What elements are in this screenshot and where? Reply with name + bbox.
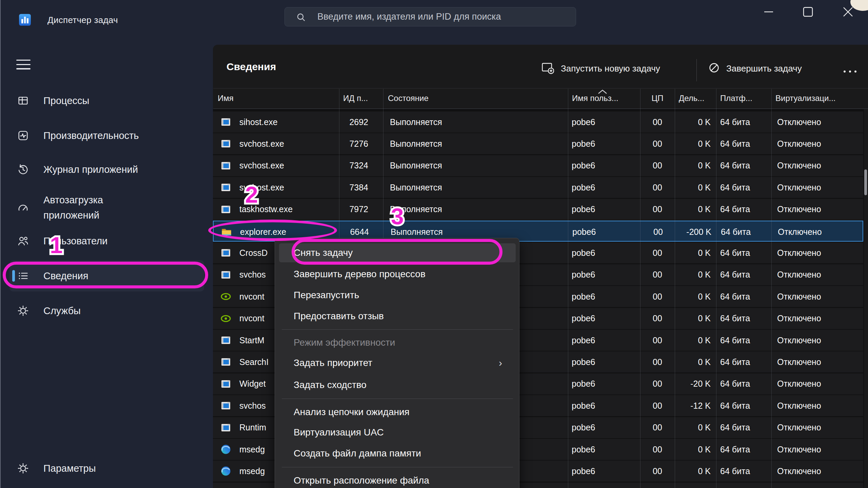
cell-cpu: 00 — [641, 221, 675, 242]
menu-item-label: Создать файл дампа памяти — [294, 448, 421, 459]
minimize-button[interactable] — [760, 3, 777, 20]
cell-cpu: 00 — [640, 351, 675, 372]
column-header-delta[interactable]: Дель... — [679, 94, 704, 103]
process-icon-app — [220, 117, 231, 127]
sidebar-item-processes[interactable]: Процессы — [9, 85, 204, 116]
cell-delta: -200 K — [671, 221, 711, 242]
menu-item[interactable]: Задать сходство — [279, 375, 516, 394]
cell-delta: 0 K — [671, 351, 711, 372]
cell-uac: Отключено — [777, 308, 859, 329]
column-header-platform[interactable]: Платф... — [720, 94, 752, 103]
process-icon-app — [220, 335, 231, 346]
table-row[interactable]: svchost.exe7324Выполняетсяpobe6000 K64 б… — [213, 155, 863, 176]
run-new-task-button[interactable]: Запустить новую задачу — [541, 62, 685, 75]
sidebar-item-label: Процессы — [43, 93, 89, 108]
cell-cpu: 00 — [640, 111, 675, 133]
menu-item[interactable]: Режим эффективности — [279, 333, 516, 352]
navigation-menu-button[interactable] — [16, 60, 31, 73]
menu-item-label: Задать приоритет — [294, 358, 372, 368]
cell-status: Выполняется — [390, 155, 532, 176]
cell-delta: 0 K — [671, 308, 711, 329]
table-row[interactable]: taskhostw.exe7972Выполняетсяpobe6000 K64… — [213, 199, 863, 220]
process-icon-edge — [220, 466, 231, 476]
sidebar-item-label: Пользователи — [43, 233, 107, 249]
toolbar-divider — [696, 59, 697, 81]
cell-uac: Отключено — [777, 286, 859, 307]
menu-item[interactable]: Задать приоритет› — [279, 353, 516, 372]
sidebar-item-label: Сведения — [43, 268, 88, 284]
menu-item-label: Завершить дерево процессов — [294, 269, 426, 280]
sidebar-item-settings[interactable]: Параметры — [9, 453, 204, 484]
sidebar-item-details[interactable]: Сведения — [9, 260, 204, 291]
menu-item[interactable]: Предоставить отзыв — [279, 307, 516, 326]
sidebar-item-startup[interactable]: Автозагрузкаприложений — [9, 192, 204, 223]
pulse-icon — [17, 129, 29, 142]
menu-item-label: Задать сходство — [294, 380, 367, 390]
vertical-scrollbar[interactable] — [864, 169, 867, 195]
sidebar-item-performance[interactable]: Производительность — [9, 120, 204, 151]
cell-uac: Отключено — [777, 395, 859, 416]
process-icon-app — [220, 400, 231, 411]
run-new-task-icon — [541, 61, 554, 76]
gear-icon — [17, 462, 29, 474]
history-icon — [17, 163, 29, 176]
cell-uac: Отключено — [777, 330, 859, 351]
column-header-cpu[interactable]: ЦП — [640, 94, 675, 103]
cell-delta: 0 K — [671, 133, 711, 154]
menu-item[interactable]: Анализ цепочки ожидания — [279, 403, 516, 422]
column-header-user[interactable]: Имя польз... — [572, 94, 618, 103]
column-header-uac[interactable]: Виртуализаци... — [775, 94, 836, 103]
menu-item[interactable]: Создать файл дампа памяти — [279, 444, 516, 463]
menu-item[interactable]: Виртуализация UAC — [279, 423, 516, 442]
cell-uac: Отключено — [777, 439, 859, 460]
cell-cpu: 00 — [640, 133, 675, 154]
menu-item-label: Открыть расположение файла — [294, 475, 429, 486]
cell-uac: Отключено — [778, 221, 859, 242]
context-menu: Снять задачуЗавершить дерево процессовПе… — [275, 238, 519, 488]
more-options-button[interactable] — [840, 68, 856, 74]
column-gridline — [568, 89, 568, 488]
end-task-button[interactable]: Завершить задачу — [708, 62, 820, 75]
cell-uac: Отключено — [777, 351, 859, 372]
sidebar-item-app-history[interactable]: Журнал приложений — [9, 154, 204, 185]
cell-uac: Отключено — [777, 242, 859, 263]
cell-delta: -12 K — [671, 395, 711, 416]
process-icon-app — [220, 182, 231, 193]
column-header-status[interactable]: Состояние — [388, 94, 429, 103]
column-gridline — [640, 89, 640, 488]
cell-delta: 0 K — [671, 461, 711, 482]
sidebar-item-label: Журнал приложений — [43, 162, 138, 177]
menu-item-label: Анализ цепочки ожидания — [294, 407, 410, 418]
menu-item[interactable]: Завершить дерево процессов — [279, 265, 516, 284]
table-row[interactable]: svchost.exe7276Выполняетсяpobe6000 K64 б… — [213, 133, 863, 154]
gauge-icon — [17, 202, 29, 214]
cell-delta: 0 K — [671, 483, 711, 488]
window-left-border — [0, 0, 1, 488]
menu-item-label: Предоставить отзыв — [294, 311, 384, 322]
menu-item[interactable]: Перезапустить — [279, 286, 516, 305]
cell-uac: Отключено — [777, 199, 859, 220]
cell-cpu: 00 — [640, 242, 675, 263]
cell-cpu: 00 — [640, 330, 675, 351]
column-header-pid[interactable]: ИД п... — [343, 94, 368, 103]
menu-item[interactable]: Снять задачу — [279, 243, 516, 262]
process-icon-app — [220, 138, 231, 149]
app-icon — [19, 14, 31, 26]
search-input[interactable]: Введите имя, издателя или PID для поиска — [284, 7, 576, 26]
menu-item-label: Снять задачу — [294, 247, 353, 258]
sidebar-item-label: Службы — [43, 303, 81, 319]
maximize-button[interactable] — [800, 3, 816, 20]
grid-icon — [17, 95, 29, 107]
cell-uac: Отключено — [777, 373, 859, 394]
menu-item[interactable]: Открыть расположение файла — [279, 471, 516, 488]
table-row[interactable]: sihost.exe2692Выполняетсяpobe6000 K64 би… — [213, 111, 863, 133]
cell-status: Выполняется — [390, 177, 532, 198]
sidebar-item-services[interactable]: Службы — [9, 295, 204, 326]
column-header-name[interactable]: Имя — [218, 94, 234, 103]
cell-uac: Отключено — [777, 111, 859, 133]
sidebar-item-users[interactable]: Пользователи — [9, 225, 204, 257]
table-row[interactable]: svchost.exe7384Выполняетсяpobe6000 K64 б… — [213, 177, 863, 198]
cell-cpu: 00 — [640, 461, 675, 482]
cell-uac: Отключено — [777, 417, 859, 438]
cell-status: Выполняется — [390, 133, 532, 154]
